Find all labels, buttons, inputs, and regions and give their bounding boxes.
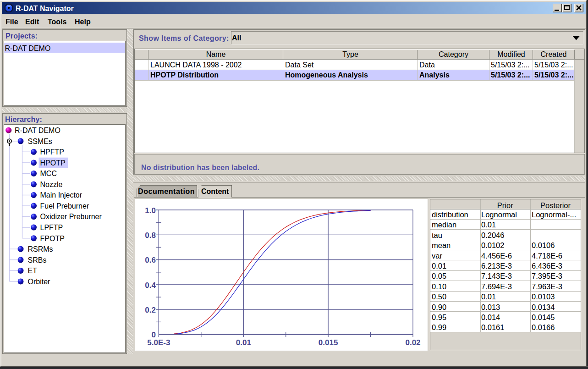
svg-text:Oxidizer Preburner: Oxidizer Preburner	[40, 213, 102, 220]
svg-text:Orbiter: Orbiter	[28, 278, 51, 286]
svg-text:R-DAT DEMO: R-DAT DEMO	[15, 127, 60, 134]
svg-text:LPFTP: LPFTP	[40, 224, 63, 231]
svg-text:RSRMs: RSRMs	[28, 245, 53, 253]
svg-text:HPFTP: HPFTP	[40, 148, 64, 156]
svg-text:0.2: 0.2	[145, 306, 156, 314]
svg-text:FPOTP: FPOTP	[40, 235, 65, 242]
svg-text:0.01: 0.01	[236, 338, 251, 347]
svg-text:SSMEs: SSMEs	[28, 138, 52, 145]
svg-text:MCC: MCC	[40, 170, 57, 177]
svg-text:Fuel Preburner: Fuel Preburner	[40, 202, 89, 210]
svg-text:0.015: 0.015	[319, 338, 338, 347]
svg-text:Main Injector: Main Injector	[40, 191, 82, 199]
svg-text:HPOTP: HPOTP	[40, 159, 66, 167]
svg-text:1.0: 1.0	[145, 206, 156, 215]
svg-text:5.0E-3: 5.0E-3	[147, 338, 170, 347]
svg-text:0.02: 0.02	[405, 338, 420, 347]
svg-text:ET: ET	[28, 267, 38, 275]
svg-text:Nozzle: Nozzle	[40, 181, 63, 188]
svg-text:0.8: 0.8	[145, 231, 156, 240]
svg-text:0.6: 0.6	[145, 256, 156, 264]
svg-text:0.4: 0.4	[145, 281, 156, 290]
svg-text:SRBs: SRBs	[28, 256, 47, 264]
